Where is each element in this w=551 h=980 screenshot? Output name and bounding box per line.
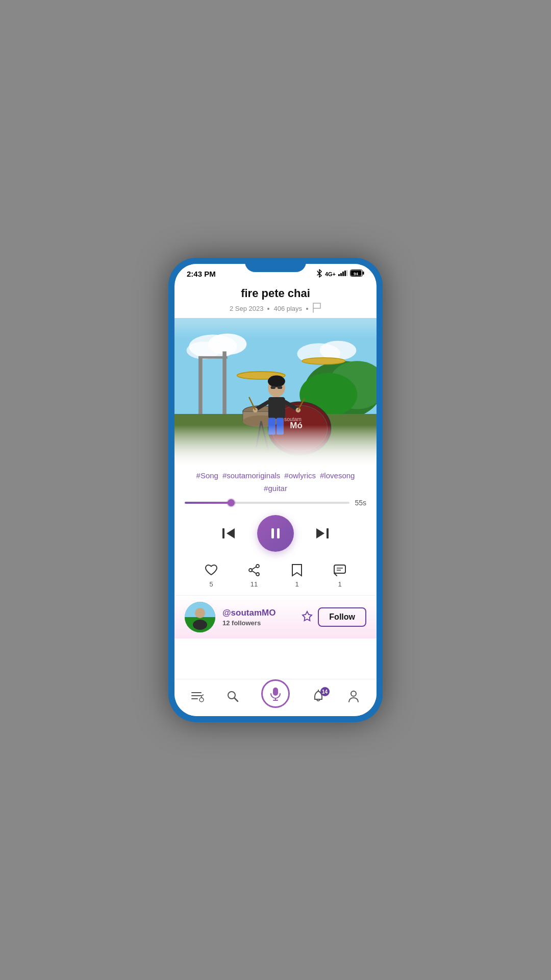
- svg-line-32: [261, 421, 268, 450]
- svg-text:94: 94: [354, 272, 358, 276]
- track-header: fire pete chai 2 Sep 2023 406 plays: [174, 282, 377, 318]
- nav-record[interactable]: [261, 684, 290, 708]
- svg-rect-47: [174, 327, 377, 466]
- artist-actions: Follow: [302, 607, 366, 627]
- share-icon: [246, 562, 262, 578]
- share-button[interactable]: 11: [246, 562, 262, 588]
- bookmark-button[interactable]: 1: [289, 562, 305, 588]
- tag-song[interactable]: #Song: [196, 471, 218, 480]
- content: fire pete chai 2 Sep 2023 406 plays: [174, 282, 377, 679]
- nav-playlist[interactable]: [190, 689, 205, 703]
- tag-soutamoriginals[interactable]: #soutamoriginals: [222, 471, 280, 480]
- artist-followers: 12 followers: [222, 619, 294, 627]
- svg-rect-73: [273, 688, 278, 696]
- svg-rect-50: [277, 528, 280, 538]
- status-time: 2:43 PM: [187, 270, 216, 278]
- notch: [245, 258, 306, 272]
- search-icon: [226, 689, 240, 703]
- svg-rect-2: [342, 272, 344, 276]
- progress-bar[interactable]: [185, 502, 349, 504]
- artist-handle[interactable]: @soutamMO: [222, 608, 294, 618]
- tags-section: #Song #soutamoriginals #owlyrics #loveso…: [174, 466, 377, 497]
- track-date: 2 Sep 2023: [230, 305, 264, 312]
- album-art: Mó soutam: [174, 318, 377, 466]
- share-count: 11: [251, 580, 258, 588]
- heart-icon: [203, 562, 219, 578]
- like-button[interactable]: 5: [203, 562, 219, 588]
- tag-owlyrics[interactable]: #owlyrics: [284, 471, 316, 480]
- svg-rect-49: [271, 528, 274, 538]
- signal-icon: [338, 270, 347, 278]
- tag-lovesong[interactable]: #lovesong: [320, 471, 355, 480]
- artist-avatar: [185, 602, 215, 632]
- tag-guitar[interactable]: #guitar: [264, 484, 287, 493]
- track-meta: 2 Sep 2023 406 plays: [185, 302, 366, 315]
- notification-badge: 14: [320, 687, 330, 696]
- phone-frame: 2:43 PM 4G+: [168, 258, 383, 722]
- svg-point-53: [256, 573, 259, 576]
- comment-button[interactable]: 1: [332, 562, 348, 588]
- mic-button[interactable]: [261, 679, 290, 708]
- artist-section: @soutamMO 12 followers Follow: [174, 595, 377, 639]
- svg-line-56: [252, 571, 256, 573]
- svg-point-54: [249, 569, 252, 572]
- like-count: 5: [209, 580, 213, 588]
- svg-rect-51: [327, 528, 329, 538]
- svg-rect-6: [363, 272, 364, 275]
- bookmark-count: 1: [295, 580, 298, 588]
- svg-point-63: [195, 608, 205, 618]
- flag-icon[interactable]: [312, 302, 321, 315]
- action-row: 5 11: [174, 559, 377, 595]
- next-button[interactable]: [314, 525, 331, 542]
- svg-line-31: [256, 421, 261, 448]
- pin-icon[interactable]: [302, 610, 313, 624]
- status-icons: 4G+ 94: [316, 269, 364, 279]
- artist-info: @soutamMO 12 followers: [222, 608, 294, 627]
- drummer-illustration: Mó soutam: [174, 323, 377, 466]
- phone-screen: 2:43 PM 4G+: [174, 264, 377, 716]
- meta-dot-1: [267, 308, 269, 310]
- svg-line-55: [252, 567, 256, 569]
- svg-line-72: [235, 698, 238, 702]
- bookmark-icon: [289, 562, 305, 578]
- meta-dot-2: [306, 308, 308, 310]
- svg-rect-4: [346, 270, 347, 276]
- prev-button[interactable]: [220, 525, 237, 542]
- svg-rect-0: [338, 274, 340, 276]
- comment-icon: [332, 562, 348, 578]
- svg-point-68: [199, 698, 204, 702]
- svg-point-64: [193, 620, 207, 630]
- track-title: fire pete chai: [185, 287, 366, 300]
- bottom-nav: 14: [174, 679, 377, 716]
- svg-rect-1: [340, 273, 342, 276]
- profile-icon: [346, 689, 361, 703]
- battery-icon: 94: [350, 270, 364, 278]
- player-controls: [174, 512, 377, 559]
- nav-profile[interactable]: [346, 689, 361, 703]
- track-plays: 406 plays: [273, 305, 302, 312]
- svg-rect-48: [222, 528, 224, 538]
- svg-line-70: [202, 695, 204, 696]
- comment-count: 1: [338, 580, 341, 588]
- progress-section: 55s: [174, 497, 377, 512]
- progress-time: 55s: [355, 499, 366, 507]
- pause-button[interactable]: [257, 515, 294, 552]
- svg-rect-3: [344, 271, 346, 276]
- network-icon: 4G+: [325, 271, 336, 277]
- follow-button[interactable]: Follow: [318, 607, 366, 627]
- svg-rect-57: [334, 565, 345, 573]
- playlist-icon: [190, 689, 205, 703]
- svg-point-52: [256, 565, 259, 568]
- nav-search[interactable]: [226, 689, 240, 703]
- drummer-scene: Mó soutam: [174, 318, 377, 466]
- svg-point-77: [351, 691, 356, 696]
- progress-fill: [185, 502, 231, 504]
- bluetooth-icon: [316, 269, 322, 279]
- progress-thumb: [228, 499, 235, 506]
- nav-notifications[interactable]: 14: [311, 689, 325, 703]
